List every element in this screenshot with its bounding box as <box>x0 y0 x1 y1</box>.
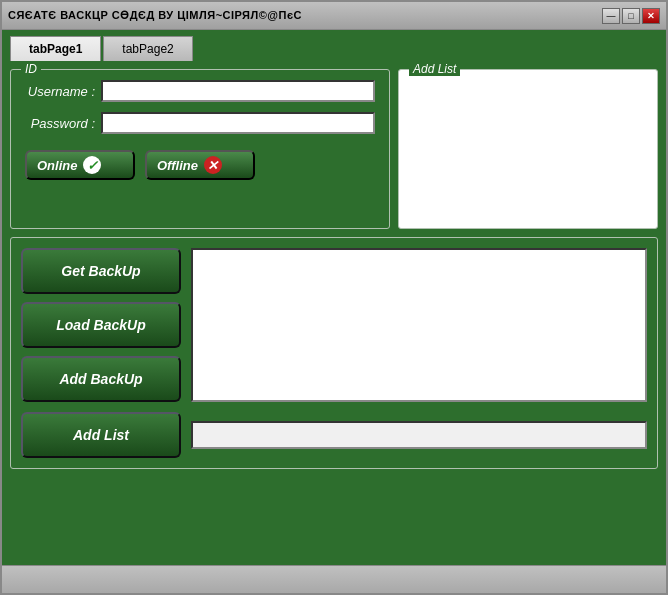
title-text: СЯЄАТЄ ВАСКЦР СӨДЄД ВУ ЦІМЛЯ~СІРЯЛ©@ПєС <box>8 9 302 22</box>
add-list-button[interactable]: Add List <box>21 412 181 458</box>
bottom-section: Get BackUp Load BackUp Add BackUp Add Li… <box>10 237 658 469</box>
minimize-button[interactable]: — <box>602 8 620 24</box>
password-label: Password : <box>25 116 95 131</box>
tab-bar: tabPage1 tabPage2 <box>2 30 666 61</box>
offline-button[interactable]: Offline ✕ <box>145 150 255 180</box>
tab-page2[interactable]: tabPage2 <box>103 36 192 61</box>
maximize-button[interactable]: □ <box>622 8 640 24</box>
x-icon: ✕ <box>204 156 222 174</box>
tab-content: ID Username : Password : Online ✓ <box>2 61 666 565</box>
id-section: ID Username : Password : Online ✓ <box>10 69 390 229</box>
title-controls: — □ ✕ <box>602 8 660 24</box>
status-bar <box>2 565 666 593</box>
right-area <box>191 248 647 402</box>
online-label: Online <box>37 158 77 173</box>
get-backup-button[interactable]: Get BackUp <box>21 248 181 294</box>
online-offline-row: Online ✓ Offline ✕ <box>25 150 375 180</box>
add-list-input[interactable] <box>191 421 647 449</box>
list-box[interactable] <box>191 248 647 402</box>
title-bar: СЯЄАТЄ ВАСКЦР СӨДЄД ВУ ЦІМЛЯ~СІРЯЛ©@ПєС … <box>2 2 666 30</box>
id-legend: ID <box>21 62 41 76</box>
main-window: СЯЄАТЄ ВАСКЦР СӨДЄД ВУ ЦІМЛЯ~СІРЯЛ©@ПєС … <box>0 0 668 595</box>
add-list-panel: Add List <box>398 69 658 229</box>
id-fields: Username : Password : Online ✓ Offlin <box>25 80 375 214</box>
close-button[interactable]: ✕ <box>642 8 660 24</box>
top-panels: ID Username : Password : Online ✓ <box>10 69 658 229</box>
username-input[interactable] <box>101 80 375 102</box>
add-list-legend: Add List <box>409 62 460 76</box>
offline-label: Offline <box>157 158 198 173</box>
add-backup-button[interactable]: Add BackUp <box>21 356 181 402</box>
online-button[interactable]: Online ✓ <box>25 150 135 180</box>
check-icon: ✓ <box>83 156 101 174</box>
load-backup-button[interactable]: Load BackUp <box>21 302 181 348</box>
username-row: Username : <box>25 80 375 102</box>
add-list-row: Add List <box>21 412 647 458</box>
tab-page1[interactable]: tabPage1 <box>10 36 101 61</box>
password-input[interactable] <box>101 112 375 134</box>
password-row: Password : <box>25 112 375 134</box>
action-buttons: Get BackUp Load BackUp Add BackUp <box>21 248 181 402</box>
username-label: Username : <box>25 84 95 99</box>
